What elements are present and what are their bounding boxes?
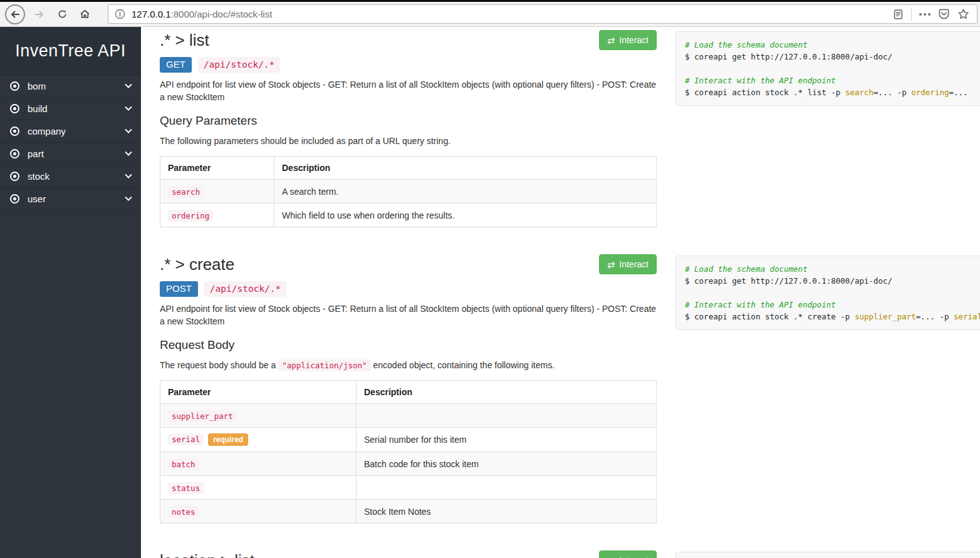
exchange-arrows-icon: ⇄	[607, 556, 615, 558]
table-row: status	[160, 476, 657, 500]
sidebar-nav: bom build company part stock user	[0, 75, 141, 210]
params-table: Parameter Description searchA search ter…	[160, 156, 657, 227]
table-row: serialrequiredSerial number for this ite…	[160, 428, 657, 452]
param-description: Serial number for this item	[357, 428, 657, 452]
site-info-icon[interactable]	[115, 9, 125, 19]
interact-button[interactable]: ⇄ Interact	[599, 254, 657, 274]
coreapi-code-block: # Load the schema document$ coreapi get …	[675, 552, 980, 558]
param-cell: status	[160, 476, 357, 500]
param-description: Batch code for this stock item	[357, 452, 657, 476]
sidebar-item-stock[interactable]: stock	[0, 165, 141, 188]
browser-toolbar: 127.0.0.1:8000/api-doc/#stock-list	[0, 0, 980, 27]
code-param-token: ordering	[911, 88, 949, 97]
note-text: The following parameters should be inclu…	[160, 136, 451, 146]
endpoint-section: .* > create ⇄ Interact POST /api/stock/.…	[160, 252, 980, 524]
endpoint-group-icon	[10, 194, 19, 204]
tab-strip	[0, 0, 980, 2]
param-description: Stock Item Notes	[357, 500, 657, 524]
code-line: $ coreapi action stock .* list -p search…	[685, 86, 980, 98]
param-cell: search	[160, 180, 274, 204]
url-path: :8000/api-doc/#stock-list	[171, 9, 273, 19]
param-name: search	[168, 186, 204, 198]
sidebar-item-bom[interactable]: bom	[0, 75, 141, 98]
content-type-code: "application/json"	[278, 359, 370, 371]
params-note: The request body should be a "applicatio…	[160, 359, 657, 372]
coreapi-code-block: # Load the schema document$ coreapi get …	[675, 256, 980, 330]
param-name: ordering	[168, 210, 213, 222]
chevron-down-icon	[125, 194, 132, 200]
url-bar[interactable]: 127.0.0.1:8000/api-doc/#stock-list	[108, 4, 977, 24]
param-name: batch	[168, 458, 199, 470]
coreapi-code-block: # Load the schema document$ coreapi get …	[675, 31, 980, 106]
app-title: InvenTree API	[0, 27, 141, 75]
endpoint-path: /api/stock/.*	[198, 57, 281, 73]
sidebar-item-label: bom	[28, 81, 46, 91]
note-text: encoded object, containing the following…	[371, 360, 555, 370]
param-cell: supplier_part	[160, 404, 357, 428]
sidebar-item-company[interactable]: company	[0, 120, 141, 143]
exchange-arrows-icon: ⇄	[607, 36, 615, 45]
code-text: $ coreapi get http://127.0.0.1:8000/api-…	[685, 276, 892, 286]
sidebar-item-label: user	[28, 194, 46, 204]
param-cell: ordering	[160, 204, 274, 227]
sidebar-item-part[interactable]: part	[0, 143, 141, 165]
code-text: =... -p	[916, 312, 954, 321]
code-param-token: search	[845, 88, 873, 97]
param-description: A search term.	[274, 180, 657, 204]
params-table-header-parameter: Parameter	[160, 157, 274, 180]
back-arrow-icon	[10, 9, 20, 19]
interact-button[interactable]: ⇄ Interact	[599, 30, 657, 50]
param-name: status	[168, 482, 204, 494]
param-cell: batch	[160, 452, 357, 476]
sidebar-item-build[interactable]: build	[0, 98, 141, 120]
params-table-header-description: Description	[274, 157, 657, 180]
page-actions-icon[interactable]	[919, 13, 930, 16]
back-button[interactable]	[5, 4, 25, 24]
params-heading: Request Body	[160, 338, 657, 352]
endpoint-section: .* > list ⇄ Interact GET /api/stock/.* A…	[160, 28, 980, 227]
endpoint-title: .* > list	[160, 30, 209, 50]
reload-icon	[58, 9, 67, 19]
bookmark-star-icon[interactable]	[957, 8, 969, 20]
sidebar-item-label: part	[28, 148, 44, 159]
chevron-down-icon	[125, 103, 132, 110]
sidebar-item-label: stock	[28, 171, 50, 182]
code-comment-line: # Interact with the API endpoint	[685, 75, 980, 86]
endpoint-title: location > list	[160, 550, 254, 558]
code-text: $ coreapi get http://127.0.0.1:8000/api-…	[685, 52, 892, 61]
home-button[interactable]	[76, 6, 93, 23]
endpoint-group-icon	[10, 172, 19, 181]
code-line	[685, 63, 980, 75]
interact-button-label: Interact	[619, 259, 649, 269]
toolbar-separator	[911, 8, 912, 21]
interact-button-label: Interact	[619, 555, 649, 558]
interact-button[interactable]: ⇄ Interact	[599, 550, 657, 558]
table-row: notesStock Item Notes	[160, 500, 657, 524]
sidebar-item-label: company	[28, 126, 66, 137]
param-name: notes	[168, 506, 199, 518]
table-row: supplier_part	[160, 404, 657, 428]
url-host: 127.0.0.1	[132, 9, 171, 19]
reload-button[interactable]	[54, 6, 70, 23]
code-line: $ coreapi get http://127.0.0.1:8000/api-…	[685, 51, 980, 63]
params-heading: Query Parameters	[160, 114, 657, 128]
param-cell: notes	[160, 500, 357, 524]
forward-button[interactable]	[31, 6, 48, 23]
endpoint-group-icon	[10, 127, 19, 136]
pocket-icon[interactable]	[938, 8, 950, 20]
url-text: 127.0.0.1:8000/api-doc/#stock-list	[132, 9, 893, 19]
sidebar-item-user[interactable]: user	[0, 188, 141, 210]
params-table-header-description: Description	[357, 381, 657, 404]
http-method-badge: GET	[160, 57, 192, 73]
params-note: The following parameters should be inclu…	[160, 135, 657, 148]
endpoint-description: API endpoint for list view of Stock obje…	[160, 78, 657, 103]
endpoint-section: location > list ⇄ Interact GET /api/stoc…	[160, 549, 980, 558]
sidebar: InvenTree API bom build company part sto…	[0, 27, 141, 558]
code-line: $ coreapi get http://127.0.0.1:8000/api-…	[685, 275, 980, 287]
main-content: .* > list ⇄ Interact GET /api/stock/.* A…	[141, 27, 980, 558]
code-param-token: serial	[954, 312, 980, 321]
endpoint-group-icon	[10, 81, 19, 91]
sidebar-item-label: build	[28, 103, 48, 114]
note-text: The request body should be a	[160, 360, 278, 370]
reader-mode-icon[interactable]	[893, 9, 904, 20]
